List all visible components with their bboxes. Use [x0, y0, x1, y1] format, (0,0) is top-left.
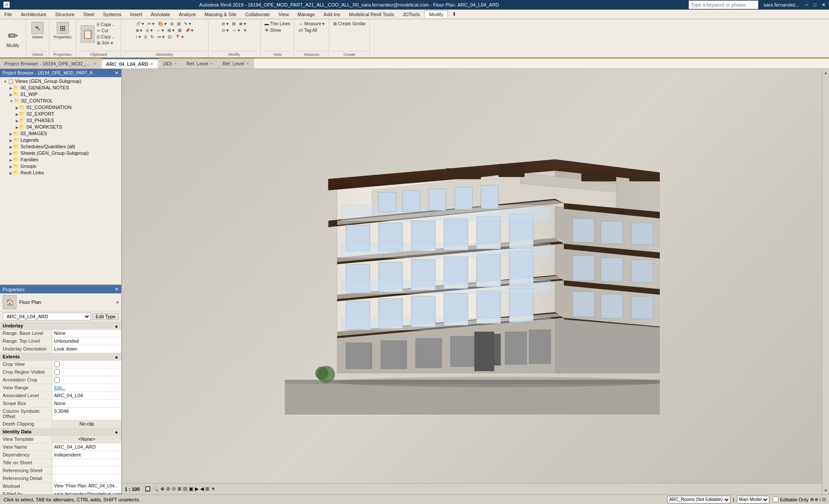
linework-btn[interactable]: ✎ ▾ — [183, 21, 192, 27]
view-control-9[interactable]: ▶ — [195, 486, 198, 492]
create-similar-btn[interactable]: ⊞ Create Similar — [332, 21, 367, 27]
menu-item-[interactable]: ⬇ — [448, 10, 461, 18]
search-input[interactable] — [689, 0, 758, 9]
edit-type-button[interactable]: Edit Type — [92, 313, 119, 320]
array-btn[interactable]: ⊞ ▾ — [166, 27, 176, 33]
workset-dropdown[interactable]: ARC_Rooms (Not Editable) — [667, 496, 730, 504]
tree-item[interactable]: ▶📁01_WIP — [0, 91, 121, 98]
trim-btn[interactable]: ⊕ ▾ — [134, 27, 144, 33]
cope-btn[interactable]: ⎘ Cope ▾ — [96, 22, 116, 27]
maximize-btn[interactable]: □ — [813, 2, 816, 7]
align2-btn[interactable]: ⊞ — [231, 21, 237, 27]
scale-btn[interactable]: ⊠ — [177, 27, 183, 33]
status-icon-2[interactable]: ⊕ — [815, 497, 818, 502]
copy2-btn[interactable]: ⎙ — [143, 34, 148, 40]
split-face-btn[interactable]: ⊘ — [169, 21, 175, 27]
view-control-6[interactable]: ⊞ — [177, 486, 181, 492]
view-control-5[interactable]: ⊙ — [172, 486, 176, 492]
tree-item[interactable]: ▶📁04_WORKSETS — [0, 124, 121, 130]
join-geometry-btn[interactable]: 🔗 ▾ — [134, 21, 146, 27]
group-btn[interactable]: ⊡ — [167, 34, 173, 40]
status-icon-4[interactable]: ⊡ — [822, 497, 826, 502]
view-dropdown[interactable]: ARC_04_L04_ARD — [3, 313, 91, 320]
menu-item-structure[interactable]: Structure — [51, 11, 79, 18]
menu-item-massing--site[interactable]: Massing & Site — [200, 11, 241, 18]
rotate-btn[interactable]: ↻ — [149, 34, 155, 40]
view-control-8[interactable]: ▣ — [189, 486, 193, 492]
menu-item-architecture[interactable]: Architecture — [17, 11, 51, 18]
menu-item-manage[interactable]: Manage — [293, 11, 319, 18]
project-browser-close[interactable]: ✕ — [115, 70, 119, 76]
move-btn[interactable]: ↕ ▾ — [134, 34, 143, 40]
tab-ref2[interactable]: Ref. Level ✕ — [218, 58, 254, 68]
model-dropdown[interactable]: Main Model — [737, 496, 769, 504]
tree-item[interactable]: ▶📁Sheets (GEN_Group-Subgroup) — [0, 150, 121, 157]
paste-button[interactable]: 📋 ⎘ Cope ▾ ✂ Cut ⎙ Copy ▾ ⊞ Join ▾ — [79, 21, 118, 47]
scroll-down-btn[interactable]: ▼ — [823, 487, 829, 494]
close-btn[interactable]: ✕ — [822, 2, 826, 8]
join-btn[interactable]: ⊞ Join ▾ — [96, 40, 116, 46]
crop-view-checkbox[interactable] — [54, 361, 60, 367]
tab-3d[interactable]: (3D) ✕ — [158, 58, 182, 68]
menu-item-modify[interactable]: Modify — [424, 10, 448, 18]
view-control-2[interactable]: 🔍 — [153, 486, 159, 492]
menu-item-collaborate[interactable]: Collaborate — [241, 11, 274, 18]
type-dropdown[interactable]: ▾ — [116, 300, 119, 305]
view-control-3[interactable]: ⊕ — [160, 486, 164, 492]
offset-btn[interactable]: ⊙ ▾ — [144, 27, 154, 33]
tab-arc04[interactable]: ARC_04_L04_ARD ✕ — [102, 58, 158, 68]
section-identity[interactable]: Identity Data ▲ — [0, 428, 121, 436]
tree-item[interactable]: ▶📁Groups — [0, 163, 121, 170]
tree-item[interactable]: ▶📁02_EXPORT — [0, 111, 121, 117]
tree-item[interactable]: ▼📋Views (GEN_Group-Subgroup) — [0, 78, 121, 85]
cut-btn[interactable]: ✂ Cut — [96, 28, 116, 34]
tag-btn[interactable]: 🏷 Tag All — [297, 27, 326, 33]
sun-path-btn[interactable]: ☀ — [211, 486, 215, 492]
tab-close-4[interactable]: ✕ — [246, 61, 249, 66]
tab-close-2[interactable]: ✕ — [174, 61, 177, 66]
menu-item-modelical-revit-tools[interactable]: Modelical Revit Tools — [345, 11, 398, 18]
tree-item[interactable]: ▶📁03_PHASES — [0, 117, 121, 124]
mirror-btn[interactable]: ↔ ▾ — [155, 27, 165, 33]
section-extents[interactable]: Extents ▲ — [0, 353, 121, 361]
scroll-up-btn[interactable]: ▲ — [823, 70, 829, 76]
menu-item-view[interactable]: View — [274, 11, 293, 18]
select-button[interactable]: ↖ Select — [29, 21, 46, 40]
view-control-7[interactable]: ⊟ — [183, 486, 187, 492]
tab-close-1[interactable]: ✕ — [150, 62, 154, 66]
split-btn[interactable]: ⊘ ▾ — [220, 21, 230, 27]
tab-project-browser[interactable]: Project Browser - 18194_OPE_MOD_PART_A21… — [0, 58, 102, 68]
view-control-1[interactable]: 🔲 — [145, 486, 151, 492]
menu-item-file[interactable]: File — [0, 11, 17, 18]
tab-close-3[interactable]: ✕ — [210, 61, 213, 66]
tab-ref1[interactable]: Ref. Level ✕ — [182, 58, 218, 68]
minimize-btn[interactable]: ─ — [805, 2, 809, 7]
tree-item[interactable]: ▼📁02_CONTROL — [0, 98, 121, 104]
tab-close-0[interactable]: ✕ — [93, 61, 97, 66]
properties-button[interactable]: ⊞ Properties — [52, 21, 73, 40]
menu-item-jotools[interactable]: JOTools — [398, 11, 424, 18]
status-icon-3[interactable]: ↕ — [819, 497, 821, 502]
unpin-btn[interactable]: 📍 ▾ — [174, 34, 185, 40]
paint-btn[interactable]: 🎨 ▾ — [157, 21, 168, 27]
menu-item-add-ins[interactable]: Add-Ins — [319, 11, 345, 18]
trim2-btn[interactable]: ⊕ ▾ — [238, 21, 247, 27]
align-btn[interactable]: ⊞ — [176, 21, 182, 27]
menu-item-annotate[interactable]: Annotate — [147, 11, 174, 18]
tree-item[interactable]: ▶📁Schedules/Quantities (all) — [0, 143, 121, 150]
status-icon-1[interactable]: ⊞ — [810, 497, 814, 502]
menu-item-insert[interactable]: Insert — [126, 11, 147, 18]
viewport[interactable]: 1 : 100 🔲 🔍 ⊕ ⊘ ⊙ ⊞ ⊟ ▣ ▶ ◀ ⊞ ☀ — [122, 69, 822, 494]
menu-item-steel[interactable]: Steel — [79, 11, 99, 18]
offset2-btn[interactable]: ⊙ ▾ — [220, 27, 230, 33]
measure-btn[interactable]: ↔ Measure ▾ — [297, 21, 326, 27]
delete-btn[interactable]: ✕ — [242, 27, 248, 33]
mirror3-btn[interactable]: ↔ ▾ — [231, 27, 241, 33]
tree-item[interactable]: ▶📁01_COORDINATION — [0, 104, 121, 111]
view-control-4[interactable]: ⊘ — [166, 486, 170, 492]
mirror2-btn[interactable]: ⇔ ▾ — [156, 34, 166, 40]
tree-item[interactable]: ▶📁Families — [0, 157, 121, 163]
crop-region-checkbox[interactable] — [54, 369, 60, 375]
tree-item[interactable]: ▶📁Revit Links — [0, 170, 121, 176]
properties-close[interactable]: ✕ — [115, 286, 119, 292]
